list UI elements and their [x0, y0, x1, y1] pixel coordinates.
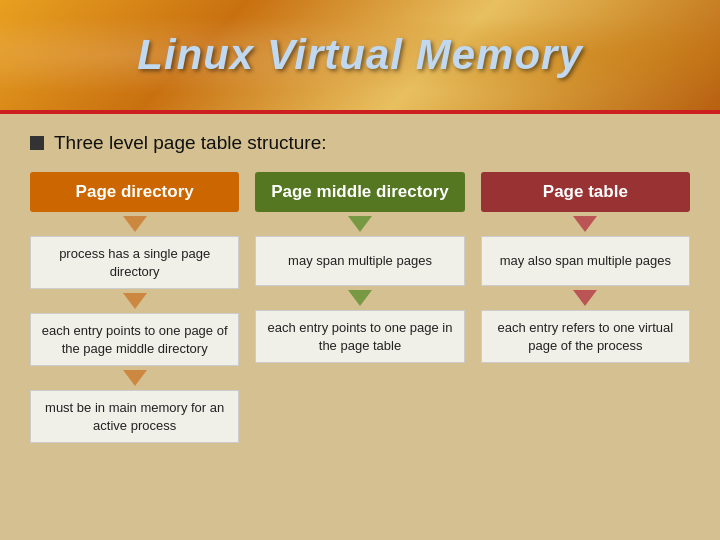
- arrow-2-2: [348, 290, 372, 306]
- bullet-icon: [30, 136, 44, 150]
- page-wrapper: Linux Virtual Memory Three level page ta…: [0, 0, 720, 540]
- arrow-3-1: [573, 216, 597, 232]
- box-3-2: each entry refers to one virtual page of…: [481, 310, 690, 363]
- bullet-row: Three level page table structure:: [30, 132, 690, 154]
- box-1-3: must be in main memory for an active pro…: [30, 390, 239, 443]
- page-title: Linux Virtual Memory: [137, 31, 583, 79]
- col-header-page-middle-directory: Page middle directory: [255, 172, 464, 212]
- main-content: Three level page table structure: Page d…: [0, 114, 720, 453]
- arrow-1-1: [123, 216, 147, 232]
- box-3-1: may also span multiple pages: [481, 236, 690, 286]
- column-page-middle-directory: Page middle directory may span multiple …: [255, 172, 464, 363]
- arrow-1-3: [123, 370, 147, 386]
- arrow-2-1: [348, 216, 372, 232]
- box-2-1: may span multiple pages: [255, 236, 464, 286]
- bullet-text: Three level page table structure:: [54, 132, 327, 154]
- box-1-2: each entry points to one page of the pag…: [30, 313, 239, 366]
- col-header-page-table: Page table: [481, 172, 690, 212]
- box-1-1: process has a single page directory: [30, 236, 239, 289]
- box-2-2: each entry points to one page in the pag…: [255, 310, 464, 363]
- header-banner: Linux Virtual Memory: [0, 0, 720, 110]
- column-page-directory: Page directory process has a single page…: [30, 172, 239, 443]
- columns-container: Page directory process has a single page…: [30, 172, 690, 443]
- arrow-3-2: [573, 290, 597, 306]
- arrow-1-2: [123, 293, 147, 309]
- col-header-page-directory: Page directory: [30, 172, 239, 212]
- column-page-table: Page table may also span multiple pages …: [481, 172, 690, 363]
